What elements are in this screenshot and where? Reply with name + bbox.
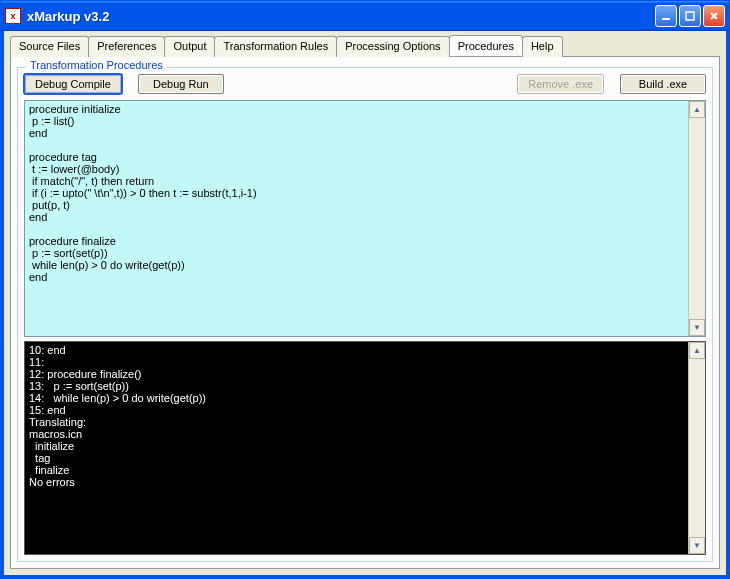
close-button[interactable] xyxy=(703,5,725,27)
scroll-up-icon[interactable]: ▲ xyxy=(689,101,705,118)
tab-output[interactable]: Output xyxy=(164,36,215,57)
editor-panes: procedure initialize p := list() end pro… xyxy=(24,100,706,555)
tab-preferences[interactable]: Preferences xyxy=(88,36,165,57)
scroll-track[interactable] xyxy=(689,359,705,537)
code-scrollbar[interactable]: ▲ ▼ xyxy=(688,101,705,336)
svg-rect-0 xyxy=(662,18,670,20)
button-row: Debug Compile Debug Run Remove .exe Buil… xyxy=(24,74,706,94)
console-scrollbar[interactable]: ▲ ▼ xyxy=(688,342,705,554)
maximize-button[interactable] xyxy=(679,5,701,27)
scroll-up-icon[interactable]: ▲ xyxy=(689,342,705,359)
output-console[interactable]: 10: end 11: 12: procedure finalize() 13:… xyxy=(24,341,706,555)
tab-panel: Transformation Procedures Debug Compile … xyxy=(10,56,720,569)
scroll-track[interactable] xyxy=(689,118,705,319)
debug-compile-button[interactable]: Debug Compile xyxy=(24,74,122,94)
scroll-down-icon[interactable]: ▼ xyxy=(689,319,705,336)
group-legend: Transformation Procedures xyxy=(26,59,167,71)
tab-procedures[interactable]: Procedures xyxy=(449,35,523,56)
console-content: 10: end 11: 12: procedure finalize() 13:… xyxy=(25,342,688,554)
svg-rect-1 xyxy=(686,12,694,20)
tab-processing-options[interactable]: Processing Options xyxy=(336,36,449,57)
app-icon: x xyxy=(5,8,21,24)
code-editor[interactable]: procedure initialize p := list() end pro… xyxy=(24,100,706,337)
minimize-button[interactable] xyxy=(655,5,677,27)
client-area: Source Files Preferences Output Transfor… xyxy=(1,31,729,578)
tab-source-files[interactable]: Source Files xyxy=(10,36,89,57)
debug-run-button[interactable]: Debug Run xyxy=(138,74,224,94)
title-bar[interactable]: x xMarkup v3.2 xyxy=(1,1,729,31)
scroll-down-icon[interactable]: ▼ xyxy=(689,537,705,554)
procedures-group: Transformation Procedures Debug Compile … xyxy=(17,67,713,562)
window-title: xMarkup v3.2 xyxy=(25,9,651,24)
window-controls xyxy=(651,1,729,31)
code-content[interactable]: procedure initialize p := list() end pro… xyxy=(25,101,688,336)
tab-transformation-rules[interactable]: Transformation Rules xyxy=(214,36,337,57)
build-exe-button[interactable]: Build .exe xyxy=(620,74,706,94)
tab-help[interactable]: Help xyxy=(522,36,563,57)
tab-strip: Source Files Preferences Output Transfor… xyxy=(4,31,726,56)
remove-exe-button: Remove .exe xyxy=(517,74,604,94)
app-window: x xMarkup v3.2 Source Files Preferences … xyxy=(0,0,730,579)
